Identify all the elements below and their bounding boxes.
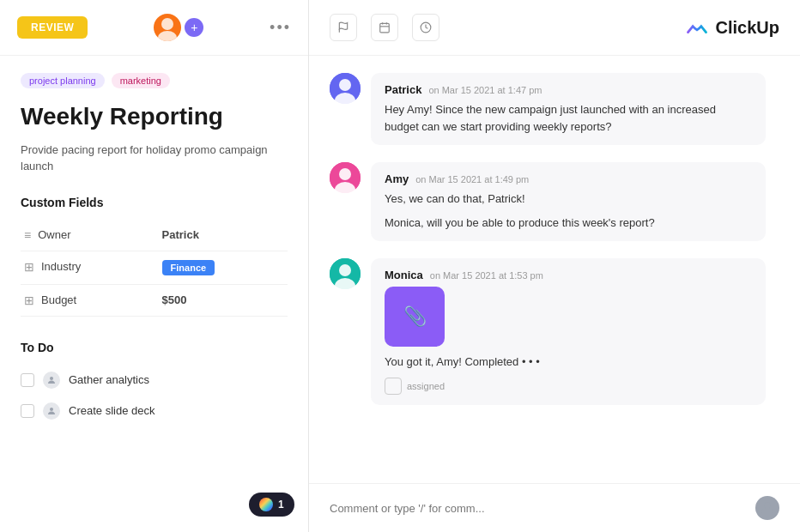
assigned-label: assigned: [407, 381, 445, 391]
calendar-button[interactable]: [371, 14, 398, 41]
avatar-patrick: [330, 73, 361, 104]
todo-section: Gather analytics Create slide deck: [21, 365, 288, 426]
field-name-industry: ⊞ Industry: [21, 251, 159, 282]
field-row-budget: ⊞ Budget $500: [21, 284, 288, 316]
comment-input-area: [309, 483, 800, 532]
clickup-logo: ClickUp: [685, 15, 779, 39]
todo-user-icon-2: [43, 402, 60, 420]
assigned-indicator: assigned: [385, 378, 752, 395]
bubble-amy: Amy on Mar 15 2021 at 1:49 pm Yes, we ca…: [371, 162, 766, 241]
task-title: Weekly Reporting: [21, 102, 288, 131]
right-panel: ClickUp Patrick on Mar 15 2021 at 1:47 p…: [309, 0, 800, 532]
field-value-owner[interactable]: Patrick: [159, 220, 288, 251]
field-value-budget[interactable]: $500: [159, 284, 288, 316]
avatar-monica: [330, 258, 361, 289]
owner-field-icon: ≡: [24, 228, 31, 242]
assigned-box[interactable]: [385, 378, 402, 395]
custom-fields-heading: Custom Fields: [21, 196, 288, 209]
time-monica: on Mar 15 2021 at 1:53 pm: [430, 270, 543, 281]
field-row-owner: ≡ Owner Patrick: [21, 220, 288, 251]
todo-item-create-slide: Create slide deck: [21, 396, 288, 426]
clickup-logo-text: ClickUp: [716, 18, 779, 38]
message-patrick: Patrick on Mar 15 2021 at 1:47 pm Hey Am…: [330, 73, 779, 145]
budget-field-icon: ⊞: [24, 293, 34, 307]
meta-patrick: Patrick on Mar 15 2021 at 1:47 pm: [385, 83, 752, 96]
meta-monica: Monica on Mar 15 2021 at 1:53 pm: [385, 269, 752, 281]
figma-icon: [259, 498, 273, 511]
todo-heading: To Do: [21, 341, 288, 354]
svg-point-17: [339, 264, 351, 276]
todo-label-2: Create slide deck: [69, 404, 155, 417]
todo-user-icon-1: [43, 372, 60, 389]
text-amy-line1: Yes, we can do that, Patrick!: [385, 190, 752, 208]
field-row-industry: ⊞ Industry Finance: [21, 251, 288, 284]
todo-label-1: Gather analytics: [69, 373, 149, 386]
figma-count: 1: [278, 499, 284, 511]
avatar: [154, 14, 181, 41]
todo-checkbox-1[interactable]: [21, 373, 34, 387]
flag-button[interactable]: [330, 14, 357, 41]
text-amy-line2: Monica, will you be able to produce this…: [385, 215, 752, 232]
avatar-amy: [330, 162, 361, 193]
right-header: ClickUp: [309, 0, 800, 56]
custom-fields-table: ≡ Owner Patrick ⊞ Industry Finance ⊞ Bud…: [21, 220, 288, 317]
field-value-industry[interactable]: Finance: [159, 251, 288, 284]
attachment-preview[interactable]: 📎: [385, 287, 445, 347]
tags-row: project planning marketing: [21, 73, 288, 88]
svg-rect-5: [380, 23, 390, 32]
avatar-group: +: [154, 14, 203, 41]
left-header: REVIEW + •••: [0, 0, 308, 56]
send-avatar: [755, 496, 779, 520]
message-monica: Monica on Mar 15 2021 at 1:53 pm 📎 You g…: [330, 258, 779, 405]
industry-badge[interactable]: Finance: [162, 260, 215, 275]
task-description: Provide pacing report for holiday promo …: [21, 142, 288, 175]
text-monica: You got it, Amy! Completed • • •: [385, 354, 752, 371]
left-body: project planning marketing Weekly Report…: [0, 56, 308, 532]
author-amy: Amy: [385, 172, 409, 185]
time-amy: on Mar 15 2021 at 1:49 pm: [415, 174, 529, 184]
more-options-button[interactable]: •••: [270, 19, 291, 37]
text-patrick: Hey Amy! Since the new campaign just lau…: [385, 101, 752, 135]
author-patrick: Patrick: [385, 83, 421, 96]
svg-point-1: [158, 31, 177, 41]
review-button[interactable]: REVIEW: [17, 16, 88, 39]
field-name-owner: ≡ Owner: [21, 220, 159, 251]
message-amy: Amy on Mar 15 2021 at 1:49 pm Yes, we ca…: [330, 162, 779, 241]
industry-field-icon: ⊞: [24, 260, 34, 274]
bubble-monica: Monica on Mar 15 2021 at 1:53 pm 📎 You g…: [371, 258, 766, 405]
clock-button[interactable]: [412, 14, 439, 41]
field-name-budget: ⊞ Budget: [21, 285, 159, 316]
tag-marketing[interactable]: marketing: [112, 73, 170, 88]
right-header-left: [330, 14, 439, 41]
tag-project-planning[interactable]: project planning: [21, 73, 105, 88]
svg-point-19: [764, 502, 771, 509]
svg-point-3: [50, 408, 53, 411]
author-monica: Monica: [385, 269, 423, 281]
attachment-icon: 📎: [403, 305, 427, 328]
time-patrick: on Mar 15 2021 at 1:47 pm: [428, 85, 542, 95]
todo-checkbox-2[interactable]: [21, 404, 34, 418]
svg-point-0: [161, 18, 173, 30]
add-member-button[interactable]: +: [185, 18, 203, 37]
comment-input[interactable]: [330, 502, 745, 515]
bubble-patrick: Patrick on Mar 15 2021 at 1:47 pm Hey Am…: [371, 73, 766, 145]
left-panel: REVIEW + ••• project planning marketing …: [0, 0, 309, 532]
svg-point-2: [50, 377, 53, 380]
meta-amy: Amy on Mar 15 2021 at 1:49 pm: [385, 172, 752, 185]
chat-area: Patrick on Mar 15 2021 at 1:47 pm Hey Am…: [309, 56, 800, 483]
svg-point-11: [339, 79, 351, 91]
svg-point-14: [339, 168, 351, 180]
figma-badge[interactable]: 1: [249, 493, 294, 517]
todo-item-gather-analytics: Gather analytics: [21, 365, 288, 396]
